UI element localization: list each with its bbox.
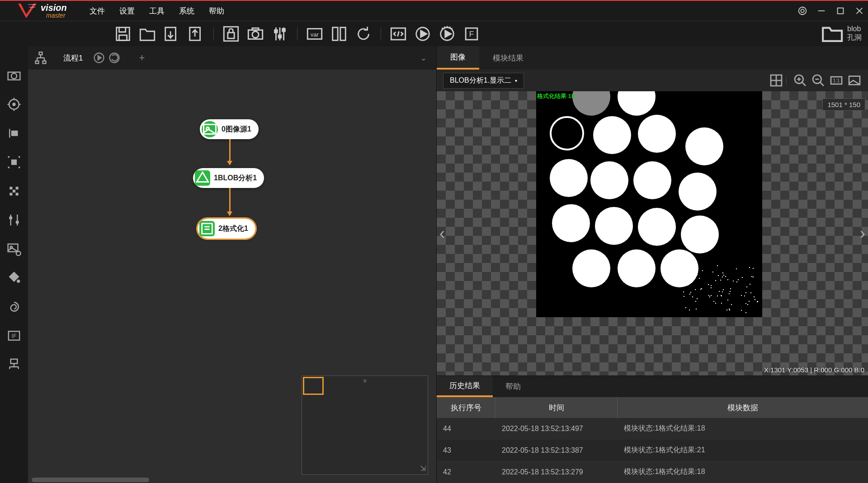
svg-point-13 <box>252 31 259 38</box>
menu-settings[interactable]: 设置 <box>119 6 135 16</box>
right-panel: 图像 模块结果 BLOB分析1.显示二 ▾ 1:1 格式化结果 18 150 <box>437 46 868 483</box>
side-fill-icon[interactable] <box>6 270 22 286</box>
menu-file[interactable]: 文件 <box>90 6 105 16</box>
side-roi-icon[interactable] <box>6 155 22 170</box>
horizontal-scrollbar[interactable] <box>32 478 149 482</box>
side-network-icon[interactable] <box>6 357 22 372</box>
next-image-button[interactable]: › <box>855 220 868 248</box>
svg-rect-18 <box>275 30 278 33</box>
svg-rect-11 <box>228 33 234 38</box>
side-target-icon[interactable] <box>6 97 22 112</box>
side-camera-icon[interactable] <box>6 68 22 83</box>
svg-text:1:1: 1:1 <box>833 78 840 83</box>
flow-node-format[interactable]: 2格式化1 <box>198 219 255 239</box>
image-overlay-label: 格式化结果 18 <box>537 92 575 100</box>
flow-loop-button[interactable] <box>108 52 121 64</box>
tab-help[interactable]: 帮助 <box>493 376 533 397</box>
svg-rect-3 <box>838 8 844 14</box>
flow-tree-icon[interactable] <box>33 51 48 65</box>
svg-rect-48 <box>13 190 15 192</box>
flow-play-button[interactable] <box>93 52 105 64</box>
refresh-button[interactable] <box>354 25 373 43</box>
svg-line-26 <box>398 31 399 36</box>
minimap-viewport[interactable] <box>303 377 324 395</box>
play-button[interactable] <box>414 25 432 43</box>
side-if-icon[interactable]: IF <box>6 328 22 343</box>
svg-rect-47 <box>16 193 19 196</box>
side-spiral-icon[interactable] <box>6 299 22 314</box>
window-close-button[interactable] <box>854 6 864 16</box>
svg-rect-14 <box>252 28 259 30</box>
open-button[interactable] <box>138 25 156 43</box>
svg-rect-24 <box>340 27 345 40</box>
layout-button[interactable] <box>330 25 348 43</box>
menu-system[interactable]: 系统 <box>179 6 194 16</box>
grid-view-icon[interactable] <box>769 73 783 88</box>
image-canvas[interactable]: 格式化结果 18 1501 * 150 ‹ › X:1301 Y:0053 | … <box>437 91 868 375</box>
expand-icon[interactable] <box>847 73 862 88</box>
tab-module-result[interactable]: 模块结果 <box>479 46 537 70</box>
image-dimensions: 1501 * 150 <box>822 98 865 111</box>
titlebar: vision master 文件 设置 工具 系统 帮助 <box>0 1 868 21</box>
svg-point-56 <box>17 280 19 282</box>
flow-arrow-icon <box>229 139 231 164</box>
col-header-seq: 执行序号 <box>437 397 495 418</box>
prev-image-button[interactable]: ‹ <box>437 220 449 248</box>
export-button[interactable] <box>187 25 205 43</box>
code-button[interactable] <box>389 25 407 43</box>
image-source-dropdown[interactable]: BLOB分析1.显示二 ▾ <box>443 73 524 89</box>
svg-rect-42 <box>12 131 17 136</box>
play-loop-button[interactable] <box>438 25 456 43</box>
node-label: 0图像源1 <box>222 125 251 134</box>
svg-text:var: var <box>311 31 319 38</box>
right-tabs: 图像 模块结果 <box>437 46 868 70</box>
flow-tab[interactable]: 流程1 <box>56 53 90 63</box>
zoom-in-icon[interactable] <box>793 73 807 88</box>
svg-marker-28 <box>421 30 427 37</box>
variables-button[interactable]: var <box>306 25 324 43</box>
flow-node-image-source[interactable]: 0图像源1 <box>200 119 259 139</box>
minimap[interactable]: ≡ ⇲ <box>302 375 428 475</box>
import-button[interactable] <box>163 25 181 43</box>
svg-rect-7 <box>119 35 127 40</box>
svg-marker-30 <box>445 30 451 37</box>
minimap-resize-icon[interactable]: ⇲ <box>420 464 426 473</box>
zoom-out-icon[interactable] <box>811 73 826 88</box>
window-maximize-button[interactable] <box>835 6 845 16</box>
lock-button[interactable] <box>222 25 240 43</box>
menu-help[interactable]: 帮助 <box>209 6 224 16</box>
minimap-grip-icon[interactable]: ≡ <box>363 378 366 384</box>
table-row[interactable]: 432022-05-18 13:52:13:387模块状态:1格式化结果:21 <box>437 440 868 461</box>
table-row[interactable]: 442022-05-18 13:52:13:497模块状态:1格式化结果:18 <box>437 418 868 440</box>
flow-dropdown[interactable]: ⌄ <box>416 54 431 62</box>
side-grid-icon[interactable] <box>6 183 22 199</box>
tab-history[interactable]: 历史结果 <box>437 376 493 397</box>
camera-button[interactable] <box>246 25 264 43</box>
side-measure-icon[interactable] <box>6 126 22 141</box>
image-toolbar: BLOB分析1.显示二 ▾ 1:1 <box>437 70 868 91</box>
svg-text:F: F <box>469 29 474 38</box>
svg-point-36 <box>13 103 15 106</box>
window-minimize-button[interactable] <box>816 6 826 16</box>
fit-icon[interactable]: 1:1 <box>829 73 844 88</box>
flow-node-blob-analysis[interactable]: 1BLOB分析1 <box>193 168 264 188</box>
fullscreen-button[interactable]: F <box>462 25 481 43</box>
side-image-settings-icon[interactable] <box>6 241 22 257</box>
flow-panel: 流程1 + ⌄ 0图像源1 1BLOB分析1 2格式化1 <box>28 46 437 483</box>
svg-point-0 <box>799 7 807 15</box>
tab-image[interactable]: 图像 <box>437 46 479 70</box>
table-row[interactable]: 422022-05-18 13:52:13:279模块状态:1格式化结果:18 <box>437 461 868 483</box>
svg-point-1 <box>801 9 804 12</box>
menu-tools[interactable]: 工具 <box>149 6 165 16</box>
sliders-button[interactable] <box>271 25 289 43</box>
save-button[interactable] <box>114 25 132 43</box>
current-file[interactable]: blob孔洞 <box>821 22 863 45</box>
toolbar: var F blob孔洞 <box>0 21 868 46</box>
window-help-icon[interactable] <box>797 6 807 16</box>
svg-rect-19 <box>278 35 281 38</box>
svg-rect-23 <box>333 27 338 40</box>
flow-add-button[interactable]: + <box>139 52 145 64</box>
flow-canvas[interactable]: 0图像源1 1BLOB分析1 2格式化1 ≡ ⇲ <box>28 70 436 483</box>
side-align-icon[interactable] <box>6 212 22 228</box>
svg-rect-46 <box>9 193 12 196</box>
